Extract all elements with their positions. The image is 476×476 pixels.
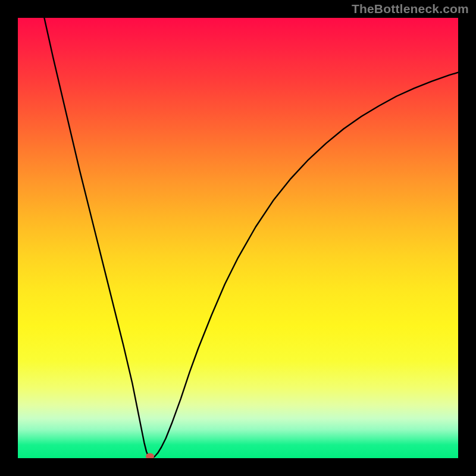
plot-area [18,18,458,458]
chart-canvas: TheBottleneck.com [0,0,476,476]
bottleneck-curve [18,18,458,458]
minimum-marker [146,453,154,459]
watermark-text: TheBottleneck.com [352,2,469,16]
